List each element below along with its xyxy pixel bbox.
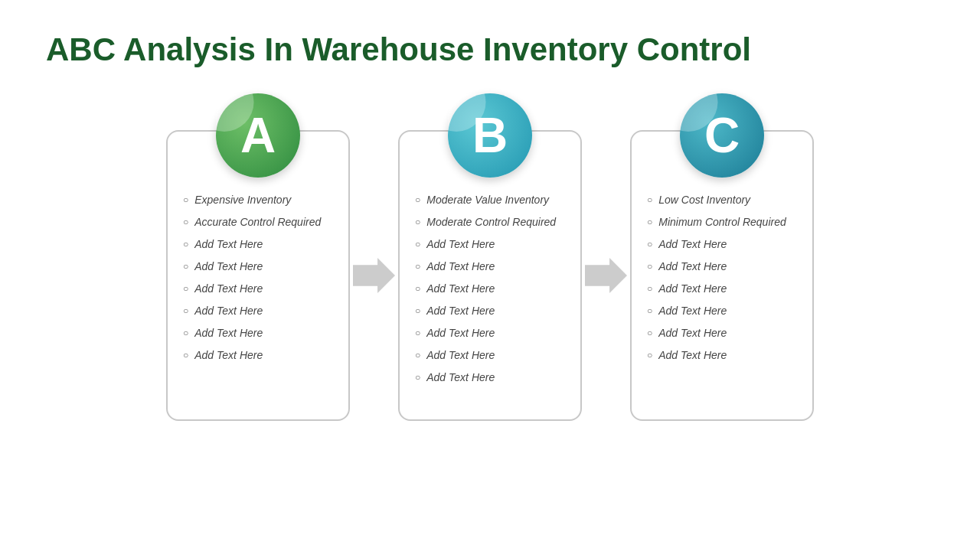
badge-b: B [448, 93, 532, 178]
card-c: C Low Cost Inventory Minimum Control Req… [630, 130, 814, 421]
arrow-ab [350, 256, 398, 295]
cards-container: A Expensive Inventory Accurate Control R… [46, 99, 934, 421]
list-item: Moderate Value Inventory [415, 193, 565, 207]
svg-marker-0 [353, 258, 395, 293]
list-item: Low Cost Inventory [647, 193, 797, 207]
page-title: ABC Analysis In Warehouse Inventory Cont… [46, 31, 934, 69]
list-item: Add Text Here [647, 259, 797, 274]
list-item: Add Text Here [415, 237, 565, 252]
list-item: Add Text Here [183, 259, 333, 274]
list-item: Add Text Here [647, 326, 797, 341]
slide: ABC Analysis In Warehouse Inventory Cont… [0, 0, 980, 551]
svg-marker-1 [585, 258, 627, 293]
list-item: Add Text Here [183, 304, 333, 318]
arrow-icon [585, 256, 627, 295]
list-item: Add Text Here [415, 326, 565, 341]
badge-c-letter: C [704, 107, 740, 164]
list-item: Add Text Here [415, 282, 565, 296]
card-wrapper-c: C Low Cost Inventory Minimum Control Req… [630, 99, 814, 421]
list-item: Add Text Here [647, 304, 797, 318]
list-item: Add Text Here [647, 237, 797, 252]
arrow-bc [582, 256, 630, 295]
arrow-icon [353, 256, 395, 295]
list-item: Moderate Control Required [415, 215, 565, 230]
list-b: Moderate Value Inventory Moderate Contro… [415, 193, 565, 384]
card-wrapper-a: A Expensive Inventory Accurate Control R… [166, 99, 350, 421]
list-a: Expensive Inventory Accurate Control Req… [183, 193, 333, 362]
card-wrapper-b: B Moderate Value Inventory Moderate Cont… [398, 99, 582, 421]
card-b: B Moderate Value Inventory Moderate Cont… [398, 130, 582, 421]
list-item: Add Text Here [183, 237, 333, 252]
list-item: Add Text Here [183, 282, 333, 296]
list-item: Add Text Here [415, 304, 565, 318]
list-item: Add Text Here [415, 370, 565, 385]
list-item: Add Text Here [647, 282, 797, 296]
badge-c: C [680, 93, 764, 178]
list-item: Add Text Here [415, 348, 565, 363]
card-a: A Expensive Inventory Accurate Control R… [166, 130, 350, 421]
list-c: Low Cost Inventory Minimum Control Requi… [647, 193, 797, 362]
list-item: Add Text Here [183, 348, 333, 363]
list-item: Accurate Control Required [183, 215, 333, 230]
list-item: Add Text Here [183, 326, 333, 341]
badge-a: A [216, 93, 300, 178]
badge-a-letter: A [240, 107, 276, 164]
list-item: Add Text Here [647, 348, 797, 363]
badge-b-letter: B [472, 107, 508, 164]
list-item: Add Text Here [415, 259, 565, 274]
list-item: Minimum Control Required [647, 215, 797, 230]
list-item: Expensive Inventory [183, 193, 333, 207]
